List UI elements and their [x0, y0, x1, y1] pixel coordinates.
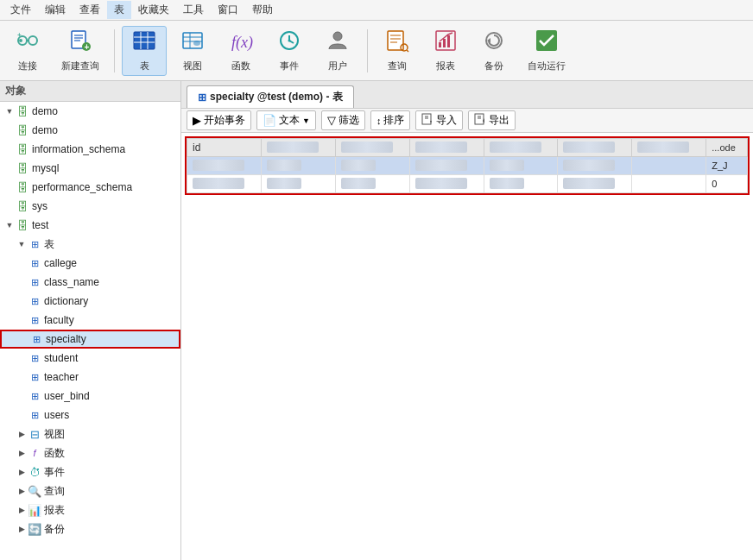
col-7[interactable] — [632, 139, 706, 157]
backup-button[interactable]: 备份 — [471, 26, 516, 76]
col-code[interactable]: ...ode — [706, 139, 748, 157]
content-area: ⊞ specialty @test (demo) - 表 ▶ 开始事务 📄 文本… — [181, 81, 753, 560]
toggle-view-folder[interactable]: ▶ — [16, 428, 28, 440]
menu-help[interactable]: 帮助 — [245, 1, 280, 19]
view-button[interactable]: 视图 — [170, 26, 215, 76]
sidebar-item-student[interactable]: ⊞ student — [0, 349, 180, 368]
menu-file[interactable]: 文件 — [3, 1, 38, 19]
toggle-event-folder[interactable]: ▶ — [16, 466, 28, 478]
sidebar-item-report-folder[interactable]: ▶ 📊 报表 — [0, 500, 180, 519]
table-icon-users: ⊞ — [28, 408, 41, 422]
export-button[interactable]: 导出 — [468, 110, 516, 130]
cell-5-2: (NULL) — [484, 175, 558, 193]
table-content: id ...ode — [185, 136, 750, 195]
menu-window[interactable]: 窗口 — [211, 1, 245, 19]
sidebar-item-backup-folder[interactable]: ▶ 🔄 备份 — [0, 519, 180, 538]
sidebar-item-information-schema[interactable]: 🗄 information_schema — [0, 140, 180, 159]
sidebar-label-demo: demo — [32, 124, 58, 136]
sidebar-item-demo[interactable]: 🗄 demo — [0, 121, 180, 140]
new-query-label: 新建查询 — [61, 60, 99, 72]
svg-rect-35 — [443, 39, 446, 47]
sidebar-item-dictionary[interactable]: ⊞ dictionary — [0, 292, 180, 311]
toggle-demo[interactable]: ▼ — [3, 105, 16, 117]
col-5[interactable] — [484, 139, 558, 157]
filter-button[interactable]: ▽ 筛选 — [321, 110, 365, 130]
toggle-backup-folder[interactable]: ▶ — [16, 523, 28, 535]
svg-rect-11 — [134, 32, 155, 49]
tab-label: specialty @test (demo) - 表 — [210, 90, 343, 104]
begin-tx-button[interactable]: ▶ 开始事务 — [187, 110, 251, 130]
user-button[interactable]: 用户 — [315, 26, 360, 76]
sidebar-label-backup-folder: 备份 — [44, 522, 65, 537]
sidebar-label-user-bind: user_bind — [44, 390, 90, 402]
query-button[interactable]: 查询 — [375, 26, 420, 76]
menu-favorites[interactable]: 收藏夹 — [131, 1, 176, 19]
sidebar-item-callege[interactable]: ⊞ callege — [0, 254, 180, 273]
cell-6-1 — [558, 157, 632, 175]
import-label: 导入 — [436, 113, 457, 128]
table-label: 表 — [140, 60, 149, 72]
table-folder-icon: ⊞ — [28, 237, 41, 251]
new-query-button[interactable]: + 新建查询 — [54, 26, 107, 76]
sidebar-item-performance-schema[interactable]: 🗄 performance_schema — [0, 178, 180, 197]
sidebar-label-specialty: specialty — [46, 333, 86, 345]
import-button[interactable]: 导入 — [415, 110, 463, 130]
filter-label: 筛选 — [339, 113, 359, 128]
sidebar-item-table-folder[interactable]: ▼ ⊞ 表 — [0, 235, 180, 254]
toggle-func-folder[interactable]: ▶ — [16, 447, 28, 459]
db-icon: 🗄 — [16, 123, 29, 137]
sidebar-label-sys: sys — [32, 200, 47, 212]
menu-table[interactable]: 表 — [107, 1, 131, 19]
toggle-test[interactable]: ▼ — [3, 219, 16, 231]
toggle-report-folder[interactable]: ▶ — [16, 504, 28, 516]
view-label: 视图 — [183, 60, 202, 72]
col-3[interactable] — [335, 139, 409, 157]
query-folder-icon: 🔍 — [28, 484, 41, 498]
menu-edit[interactable]: 编辑 — [38, 1, 73, 19]
table-row[interactable]: (NULL) (NULL) 0 — [187, 175, 748, 193]
autorun-label: 自动运行 — [528, 60, 566, 72]
svg-rect-44 — [475, 114, 484, 124]
table-row[interactable]: (NULL) (NULL) Z_J — [187, 157, 748, 175]
sidebar-item-faculty[interactable]: ⊞ faculty — [0, 311, 180, 330]
backup-folder-icon: 🔄 — [28, 522, 41, 536]
sidebar-item-view-folder[interactable]: ▶ ⊟ 视图 — [0, 425, 180, 444]
col-2[interactable] — [261, 139, 335, 157]
toggle-query-folder[interactable]: ▶ — [16, 485, 28, 497]
sidebar-item-mysql[interactable]: 🗄 mysql — [0, 159, 180, 178]
event-button[interactable]: 事件 — [267, 26, 312, 76]
text-arrow: ▼ — [302, 116, 310, 125]
svg-point-20 — [193, 41, 200, 46]
col-4[interactable] — [409, 139, 484, 157]
menu-tools[interactable]: 工具 — [176, 1, 211, 19]
table-button[interactable]: 表 — [122, 26, 167, 76]
sidebar-item-users[interactable]: ⊞ users — [0, 406, 180, 425]
sidebar-item-user-bind[interactable]: ⊞ user_bind — [0, 387, 180, 406]
svg-rect-40 — [422, 114, 431, 124]
sidebar-item-sys[interactable]: 🗄 sys — [0, 197, 180, 216]
main-tab[interactable]: ⊞ specialty @test (demo) - 表 — [187, 85, 354, 108]
col-id[interactable]: id — [187, 139, 262, 157]
sidebar-item-test-root[interactable]: ▼ 🗄 test — [0, 216, 180, 235]
function-button[interactable]: f(x) 函数 — [218, 26, 263, 76]
text-button[interactable]: 📄 文本 ▼ — [256, 110, 316, 130]
sidebar-item-teacher[interactable]: ⊞ teacher — [0, 368, 180, 387]
sidebar-item-class-name[interactable]: ⊞ class_name — [0, 273, 180, 292]
sidebar-item-demo-root[interactable]: ▼ 🗄 demo — [0, 102, 180, 121]
col-6[interactable] — [558, 139, 632, 157]
sidebar-item-query-folder[interactable]: ▶ 🔍 查询 — [0, 481, 180, 500]
sidebar-item-func-folder[interactable]: ▶ f 函数 — [0, 444, 180, 462]
sort-button[interactable]: ↕ 排序 — [370, 110, 411, 130]
report-button[interactable]: 报表 — [423, 26, 468, 76]
toggle-table-folder[interactable]: ▼ — [16, 238, 28, 250]
export-icon — [474, 113, 486, 128]
menu-view[interactable]: 查看 — [73, 1, 107, 19]
event-label: 事件 — [280, 60, 299, 72]
sidebar-label-test: test — [32, 219, 48, 231]
svg-point-3 — [19, 39, 22, 42]
autorun-button[interactable]: 自动运行 — [520, 26, 573, 76]
sidebar-item-specialty[interactable]: ⊞ specialty — [0, 330, 180, 349]
db-icon-test: 🗄 — [16, 218, 29, 232]
sidebar-item-event-folder[interactable]: ▶ ⏱ 事件 — [0, 462, 180, 481]
connect-button[interactable]: + 连接 — [5, 26, 50, 76]
